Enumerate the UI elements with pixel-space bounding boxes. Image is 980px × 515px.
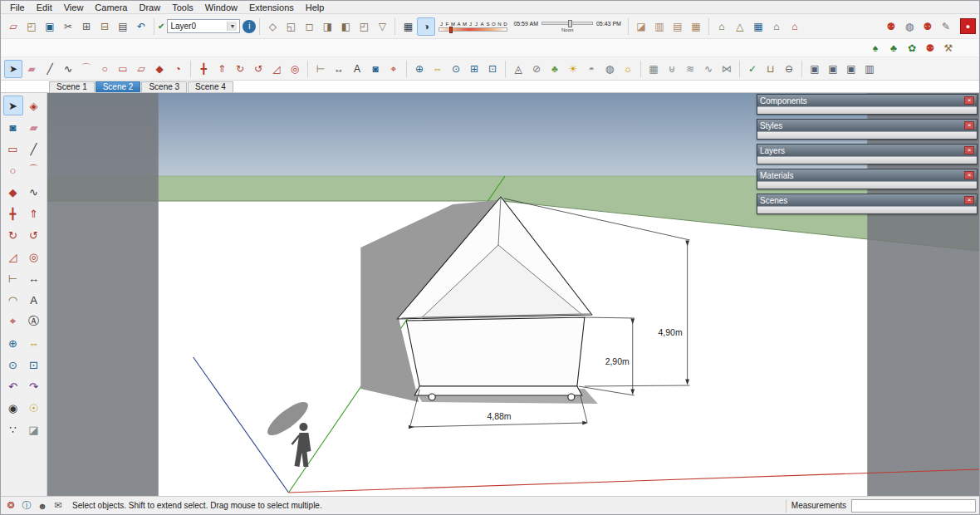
dialog-window-icon[interactable]: ▣ [806, 60, 824, 78]
right-view-icon[interactable]: ◨ [318, 17, 336, 36]
tray-panel-header[interactable]: Layers × [757, 145, 977, 156]
close-icon[interactable]: × [964, 121, 974, 130]
back-view-icon[interactable]: ◰ [355, 17, 373, 36]
smoove-icon[interactable]: ∿ [699, 60, 718, 78]
scene-tab[interactable]: Scene 3 [141, 81, 187, 92]
close-icon[interactable]: × [964, 196, 974, 204]
push-pull-tool-icon[interactable]: ⇑ [24, 204, 44, 223]
rotate-tool-icon[interactable]: ↻ [3, 225, 23, 245]
circle-tool-icon[interactable]: ○ [96, 60, 114, 78]
tray-panel-body[interactable] [757, 181, 977, 189]
time-slider-thumb[interactable] [568, 20, 572, 27]
globe-icon[interactable]: ◍ [900, 17, 919, 36]
menu-item[interactable]: Help [300, 2, 331, 13]
circle-slash-icon[interactable]: ⊘ [527, 60, 546, 78]
open-file-icon[interactable]: ◰ [22, 17, 41, 36]
rotated-rectangle-tool-icon[interactable]: ▱ [132, 60, 150, 78]
zoom-extents-icon[interactable]: ⊡ [24, 355, 44, 375]
shadow-date-slider[interactable]: JFMAMJJASOND [439, 22, 507, 32]
layer-info-icon[interactable]: i [243, 20, 256, 33]
tray-panel-header[interactable]: Materials × [757, 169, 977, 181]
tray-panel-body[interactable] [757, 156, 977, 164]
paint-bucket-icon[interactable]: ◙ [3, 117, 23, 137]
top-view-icon[interactable]: ◱ [282, 17, 300, 36]
select-tool-icon[interactable]: ➤ [3, 96, 23, 115]
3d-text-tool-icon[interactable]: Ⓐ [24, 311, 44, 331]
zoom-window-icon[interactable]: ⊞ [465, 60, 483, 78]
toggle-shadows-icon[interactable]: ◑ [417, 17, 435, 36]
zoom-tool-icon[interactable]: ⊙ [447, 60, 465, 78]
date-slider-track[interactable] [439, 27, 507, 32]
tray-panel-header[interactable]: Components × [757, 95, 977, 106]
building-icon[interactable]: ⌂ [767, 17, 786, 36]
wheel-left[interactable] [429, 394, 435, 400]
zoom-extents-icon[interactable]: ⊡ [483, 60, 502, 78]
tray-panel-header[interactable]: Styles × [757, 120, 977, 131]
dialog-window-icon[interactable]: ▣ [824, 60, 842, 78]
follow-me-tool-icon[interactable]: ↺ [249, 60, 267, 78]
menu-item[interactable]: Camera [89, 2, 133, 13]
polygon-tool-icon[interactable]: ◆ [3, 182, 23, 202]
select-tool-icon[interactable]: ➤ [4, 60, 22, 78]
freehand-tool-icon[interactable]: ∿ [24, 182, 44, 202]
offset-tool-icon[interactable]: ◎ [286, 60, 304, 78]
text-tool-icon[interactable]: A [348, 60, 366, 78]
push-pull-tool-icon[interactable]: ⇑ [213, 60, 231, 78]
protractor-tool-icon[interactable]: ◠ [3, 290, 23, 310]
text-tool-icon[interactable]: A [24, 290, 44, 310]
tape-measure-icon[interactable]: ⊢ [311, 60, 330, 78]
dimension-tool-icon[interactable]: ↔ [330, 60, 348, 78]
dimension-tool-icon[interactable]: ↔ [24, 268, 44, 288]
circle-tool-icon[interactable]: ○ [3, 160, 23, 180]
check-circle-icon[interactable]: ✓ [743, 60, 762, 78]
menu-item[interactable]: Extensions [243, 2, 300, 13]
copy-icon[interactable]: ⊞ [77, 17, 96, 36]
menu-item[interactable]: Draw [133, 2, 166, 13]
rotate-tool-icon[interactable]: ↻ [231, 60, 249, 78]
layer-combobox[interactable]: ✔ Layer0 ▼ [158, 19, 240, 33]
base-skid[interactable] [414, 386, 582, 395]
flower-icon[interactable]: ✿ [903, 39, 921, 57]
mesh-icon[interactable]: ▦ [644, 60, 663, 78]
pan-tool-icon[interactable]: ⇔ [429, 60, 447, 78]
tray-panel-body[interactable] [757, 131, 977, 139]
scale-tool-icon[interactable]: ◿ [3, 247, 23, 267]
follow-me-tool-icon[interactable]: ↺ [24, 225, 44, 245]
menu-item[interactable]: Window [199, 2, 243, 13]
stamp-icon[interactable]: ⊎ [663, 60, 681, 78]
left-view-icon[interactable]: ◧ [336, 17, 355, 36]
dialog-window-icon[interactable]: ▣ [842, 60, 860, 78]
eraser-tool-icon[interactable]: ▰ [22, 60, 41, 78]
drape-icon[interactable]: ≋ [681, 60, 699, 78]
tree-icon[interactable]: ♠ [866, 39, 884, 57]
date-slider-thumb[interactable] [449, 27, 453, 33]
arc-tool-icon[interactable]: ⌒ [77, 60, 96, 78]
make-component-icon[interactable]: ◈ [24, 96, 44, 115]
flip-edge-icon[interactable]: ⋈ [718, 60, 736, 78]
photo-texture-icon[interactable]: ▦ [749, 17, 767, 36]
dome-icon[interactable]: ◓ [582, 60, 600, 78]
scene-tab[interactable]: Scene 4 [188, 81, 233, 92]
section-plane-icon[interactable]: ◪ [632, 17, 650, 36]
polygon-tool-icon[interactable]: ◆ [150, 60, 169, 78]
model-viewport[interactable]: 4,90m 2,90m 4,88m Components × [47, 93, 979, 496]
front-view-icon[interactable]: ◻ [300, 17, 318, 36]
add-location-icon[interactable]: ⌂ [713, 17, 731, 36]
bottom-view-icon[interactable]: ▽ [373, 17, 391, 36]
look-around-icon[interactable]: ☉ [24, 398, 44, 418]
sun-gear-icon[interactable]: ☼ [619, 60, 637, 78]
shadow-settings-icon[interactable]: ▦ [399, 17, 417, 36]
close-icon[interactable]: × [964, 96, 974, 105]
people-icon[interactable]: ⚉ [919, 17, 937, 36]
line-tool-icon[interactable]: ╱ [24, 139, 44, 159]
paste-icon[interactable]: ⊟ [96, 17, 114, 36]
tray-panel-body[interactable] [757, 206, 977, 213]
freehand-tool-icon[interactable]: ∿ [59, 60, 77, 78]
display-section-cuts-icon[interactable]: ▤ [669, 17, 687, 36]
cut-icon[interactable]: ✂ [59, 17, 77, 36]
house-base[interactable] [406, 317, 585, 386]
move-tool-icon[interactable]: ╋ [3, 204, 23, 223]
close-icon[interactable]: × [964, 171, 974, 179]
mail-icon[interactable]: ✉ [51, 499, 65, 513]
offset-tool-icon[interactable]: ◎ [24, 247, 44, 267]
